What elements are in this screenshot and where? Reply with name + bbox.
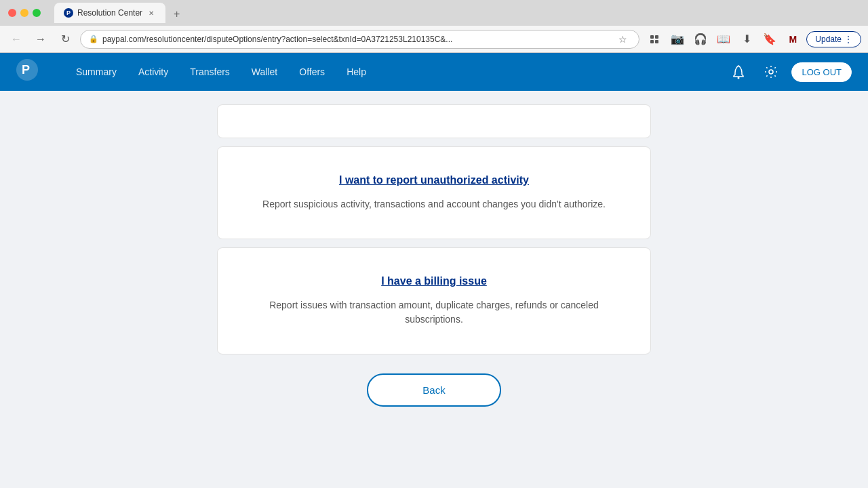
title-bar: P Resolution Center ✕ +: [0, 0, 868, 26]
partial-card[interactable]: [217, 104, 651, 138]
extensions-button[interactable]: [645, 30, 664, 49]
new-tab-button[interactable]: +: [168, 5, 185, 23]
logout-button[interactable]: LOG OUT: [791, 62, 852, 82]
camera-button[interactable]: 📷: [668, 30, 687, 49]
svg-rect-1: [655, 35, 658, 39]
svg-point-7: [769, 70, 773, 74]
minimize-window-button[interactable]: [20, 9, 28, 17]
billing-issue-title: I have a billing issue: [239, 275, 629, 287]
svg-rect-0: [650, 35, 654, 39]
nav-actions: LOG OUT: [726, 60, 852, 84]
tab-close-button[interactable]: ✕: [146, 8, 156, 18]
tab-title: Resolution Center: [77, 8, 142, 18]
paypal-navbar: P Summary Activity Transfers Wallet Offe…: [0, 53, 868, 91]
svg-text:P: P: [22, 63, 30, 77]
download-button[interactable]: ⬇: [737, 30, 756, 49]
audio-button[interactable]: 🎧: [691, 30, 710, 49]
svg-rect-2: [650, 40, 654, 43]
update-label: Update: [815, 35, 842, 44]
nav-help[interactable]: Help: [336, 53, 377, 91]
forward-navigation-button[interactable]: →: [31, 30, 50, 49]
refresh-button[interactable]: ↻: [56, 30, 75, 49]
settings-button[interactable]: [759, 60, 783, 84]
main-content: I want to report unauthorized activity R…: [0, 91, 868, 488]
paypal-favicon: P: [64, 8, 73, 18]
nav-summary[interactable]: Summary: [65, 53, 127, 91]
tab-bar: P Resolution Center ✕ +: [54, 3, 860, 23]
address-bar-row: ← → ↻ 🔒 paypal.com/resolutioncenter/disp…: [0, 26, 868, 53]
nav-transfers[interactable]: Transfers: [179, 53, 241, 91]
window-controls: [8, 9, 41, 17]
bookmark-icon[interactable]: ☆: [614, 31, 631, 47]
nav-offers[interactable]: Offers: [288, 53, 336, 91]
extension-icon[interactable]: M: [783, 30, 802, 49]
update-menu-icon: ⋮: [844, 35, 852, 44]
nav-activity[interactable]: Activity: [127, 53, 179, 91]
maximize-window-button[interactable]: [33, 9, 41, 17]
nav-links: Summary Activity Transfers Wallet Offers…: [65, 53, 726, 91]
browser-tab[interactable]: P Resolution Center ✕: [54, 3, 165, 23]
content-wrapper: I want to report unauthorized activity R…: [217, 104, 651, 474]
url-text: paypal.com/resolutioncenter/disputeOptio…: [102, 35, 610, 44]
svg-rect-3: [655, 40, 658, 43]
reader-button[interactable]: 📖: [714, 30, 733, 49]
unauthorized-activity-title: I want to report unauthorized activity: [239, 174, 629, 186]
svg-point-6: [738, 77, 740, 79]
bookmark-manager-button[interactable]: 🔖: [760, 30, 779, 49]
update-button[interactable]: Update ⋮: [806, 31, 861, 47]
toolbar-actions: 📷 🎧 📖 ⬇ 🔖 M Update ⋮: [645, 30, 861, 49]
back-button-container: Back: [217, 373, 651, 407]
unauthorized-activity-description: Report suspicious activity, transactions…: [239, 197, 629, 211]
paypal-logo: P: [16, 59, 38, 85]
unauthorized-activity-card[interactable]: I want to report unauthorized activity R…: [217, 146, 651, 239]
billing-issue-description: Report issues with transaction amount, d…: [239, 298, 629, 327]
lock-icon: 🔒: [89, 35, 98, 43]
address-bar[interactable]: 🔒 paypal.com/resolutioncenter/disputeOpt…: [80, 30, 639, 49]
notifications-button[interactable]: [726, 60, 751, 84]
close-window-button[interactable]: [8, 9, 16, 17]
nav-wallet[interactable]: Wallet: [241, 53, 288, 91]
back-button[interactable]: Back: [367, 373, 500, 407]
billing-issue-card[interactable]: I have a billing issue Report issues wit…: [217, 247, 651, 354]
back-navigation-button[interactable]: ←: [7, 30, 26, 49]
